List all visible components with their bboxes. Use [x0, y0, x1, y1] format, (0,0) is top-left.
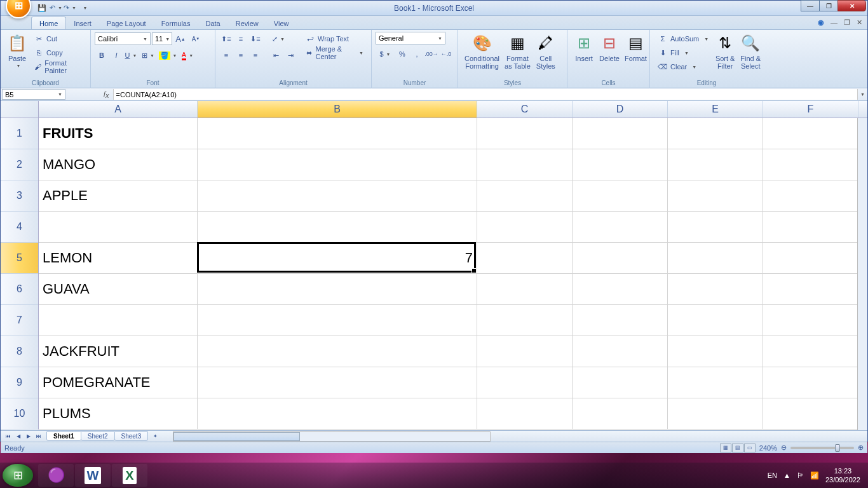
row-header-10[interactable]: 10 [1, 398, 38, 430]
cell[interactable] [573, 118, 668, 149]
tab-view[interactable]: View [266, 17, 297, 29]
cell[interactable] [668, 180, 763, 212]
cell-content[interactable]: LEMON [39, 243, 198, 274]
zoom-out-button[interactable]: ⊖ [781, 444, 787, 452]
cell[interactable] [573, 243, 668, 274]
align-bottom-button[interactable]: ⬇≡ [248, 32, 262, 46]
font-color-button[interactable]: A▼ [178, 48, 197, 62]
underline-button[interactable]: U▼ [124, 48, 138, 62]
fx-icon[interactable]: fx [104, 90, 109, 99]
cell[interactable] [573, 367, 668, 398]
tab-review[interactable]: Review [228, 17, 266, 29]
row-header-2[interactable]: 2 [1, 149, 38, 180]
italic-button[interactable]: I [109, 48, 123, 62]
border-button[interactable]: ⊞▼ [139, 48, 158, 62]
conditional-formatting-button[interactable]: 🎨Conditional Formatting [462, 32, 502, 71]
vertical-scrollbar[interactable] [857, 118, 867, 430]
zoom-level[interactable]: 240% [759, 444, 777, 452]
scroll-thumb[interactable] [173, 432, 300, 441]
tab-data[interactable]: Data [198, 17, 227, 29]
task-excel[interactable]: X [112, 464, 147, 487]
cell[interactable] [573, 180, 668, 212]
currency-button[interactable]: $▼ [376, 47, 395, 61]
task-word[interactable]: W [75, 464, 111, 487]
align-middle-button[interactable]: ≡ [234, 32, 248, 46]
sheet-tab-sheet3[interactable]: Sheet3 [114, 431, 149, 441]
comma-button[interactable]: , [410, 47, 424, 61]
flag-icon[interactable]: 🏳 [797, 471, 804, 479]
cell[interactable] [573, 212, 668, 243]
cell-styles-button[interactable]: 🖍Cell Styles [533, 32, 559, 71]
cell-content[interactable]: FRUITS [39, 118, 198, 149]
select-all-corner[interactable] [1, 101, 39, 118]
cell[interactable] [668, 118, 763, 149]
cell[interactable] [573, 398, 668, 430]
font-name-combo[interactable]: Calibri▼ [95, 32, 151, 45]
qat-customize[interactable]: ▼ [78, 3, 90, 14]
cell[interactable] [198, 398, 477, 430]
cell[interactable] [39, 212, 198, 243]
cell-content[interactable]: APPLE [39, 180, 198, 212]
cell[interactable] [668, 149, 763, 180]
row-header-9[interactable]: 9 [1, 367, 38, 398]
cell[interactable] [477, 243, 573, 274]
clock[interactable]: 13:23 23/09/2022 [825, 466, 860, 485]
tab-page-layout[interactable]: Page Layout [99, 17, 154, 29]
format-painter-button[interactable]: 🖌Format Painter [32, 60, 84, 73]
minimize-button[interactable]: — [801, 0, 820, 11]
cell[interactable] [573, 336, 668, 367]
fill-color-button[interactable]: 🪣▼ [158, 48, 177, 62]
find-select-button[interactable]: 🔍Find & Select [738, 32, 763, 71]
sheet-first-button[interactable]: ⏮ [3, 431, 13, 442]
cell[interactable] [198, 367, 477, 398]
cell[interactable] [477, 336, 573, 367]
cell[interactable] [763, 336, 858, 367]
cell[interactable] [668, 398, 763, 430]
cell[interactable] [477, 398, 573, 430]
cell[interactable] [573, 274, 668, 305]
cell-content[interactable]: POMEGRANATE [39, 367, 198, 398]
format-as-table-button[interactable]: ▦Format as Table [502, 32, 533, 71]
col-header-D[interactable]: D [573, 101, 668, 118]
sheet-prev-button[interactable]: ◀ [13, 431, 24, 442]
delete-cells-button[interactable]: ⊟Delete [597, 32, 622, 64]
redo-button[interactable]: ↷▼ [64, 3, 76, 14]
cell[interactable] [477, 149, 573, 180]
grow-font-button[interactable]: A▲ [173, 32, 187, 46]
page-break-view-button[interactable]: ▭ [744, 444, 756, 452]
sort-filter-button[interactable]: ⇅Sort & Filter [712, 32, 738, 71]
row-header-5[interactable]: 5 [1, 243, 38, 274]
office-button[interactable]: ⊞ [6, 0, 31, 18]
workbook-close-button[interactable]: ✕ [857, 18, 862, 27]
align-center-button[interactable]: ≡ [234, 48, 248, 62]
tab-formulas[interactable]: Formulas [154, 17, 198, 29]
cell-content[interactable]: JACKFRUIT [39, 336, 198, 367]
tray-chevron-icon[interactable]: ▲ [783, 471, 790, 479]
cell[interactable] [198, 149, 477, 180]
number-format-combo[interactable]: General▼ [376, 32, 445, 44]
cell[interactable] [763, 118, 858, 149]
help-icon[interactable]: ◉ [818, 18, 824, 27]
insert-cells-button[interactable]: ⊞Insert [571, 32, 597, 64]
cell[interactable] [668, 274, 763, 305]
col-header-F[interactable]: F [763, 101, 858, 118]
align-left-button[interactable]: ≡ [219, 48, 233, 62]
cell[interactable] [763, 305, 858, 336]
network-icon[interactable]: 📶 [810, 471, 819, 480]
bold-button[interactable]: B [95, 48, 109, 62]
fill-button[interactable]: ⬇Fill▼ [656, 46, 710, 59]
normal-view-button[interactable]: ▦ [720, 444, 731, 452]
start-button[interactable]: ⊞ [3, 464, 33, 487]
autosum-button[interactable]: ΣAutoSum▼ [656, 32, 710, 45]
cell[interactable] [763, 149, 858, 180]
cell[interactable] [668, 336, 763, 367]
language-indicator[interactable]: EN [768, 471, 777, 479]
cell[interactable] [198, 180, 477, 212]
sheet-last-button[interactable]: ⏭ [34, 431, 44, 442]
cell[interactable] [668, 305, 763, 336]
workbook-restore-button[interactable]: ❐ [844, 18, 850, 27]
cell[interactable] [477, 118, 573, 149]
cut-button[interactable]: ✂Cut [32, 32, 84, 45]
row-header-6[interactable]: 6 [1, 274, 38, 305]
tab-insert[interactable]: Insert [66, 17, 99, 29]
